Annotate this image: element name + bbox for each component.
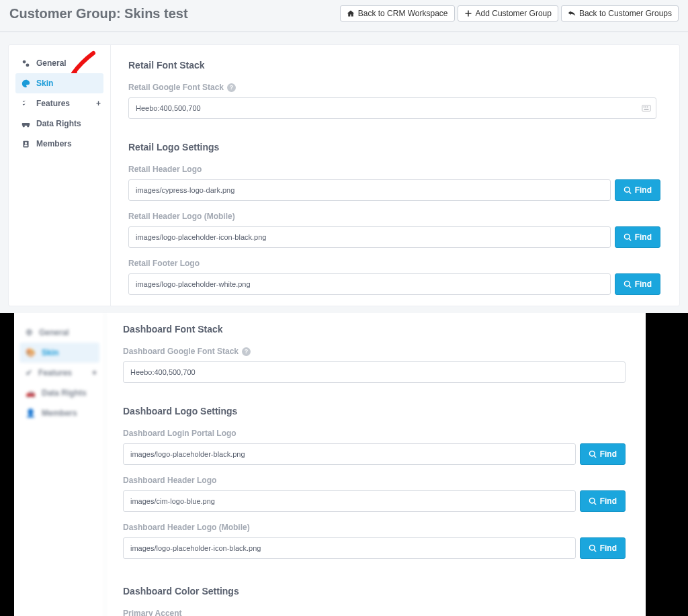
find-button[interactable]: Find [580,537,626,559]
find-button[interactable]: Find [615,226,660,248]
sidebar-item-data-rights[interactable]: Data Rights [15,114,103,134]
back-workspace-button[interactable]: Back to CRM Workspace [340,5,455,21]
expand-icon[interactable]: + [96,99,101,108]
sidebar-item-general[interactable]: ⚙ General [19,322,99,343]
svg-point-16 [589,451,595,457]
find-label: Find [600,496,617,506]
find-button[interactable]: Find [615,273,660,295]
topbar-actions: Back to CRM Workspace Add Customer Group… [340,5,679,21]
search-icon [624,233,632,241]
sidebar-item-data-rights[interactable]: 🚗 Data Rights [19,383,99,403]
reply-icon [568,9,576,17]
search-icon [624,186,632,194]
dashboard-font-section-title: Dashboard Font Stack [123,324,626,335]
svg-point-2 [26,63,30,67]
dashboard-header-logo-label: Dashboard Header Logo [123,476,626,485]
svg-rect-11 [647,106,648,107]
sidebar-item-label: Features [36,99,70,108]
dashboard-header-logo-mobile-input[interactable] [123,537,576,559]
checklist-icon [22,99,30,108]
user-icon [22,140,30,148]
sidebar-blurred: ⚙ General 🎨 Skin ✔ Features + 🚗 Data Rig… [14,313,105,616]
svg-point-17 [589,498,595,504]
content-area: Dashboard Font Stack Dashboard Google Fo… [105,313,646,616]
dashboard-color-section-title: Dashboard Color Settings [123,586,626,597]
sidebar-item-label: Features [38,368,72,378]
sidebar-item-label: Members [42,408,77,418]
car-icon [22,120,30,128]
search-icon [589,497,597,505]
find-button[interactable]: Find [580,443,626,465]
retail-logo-section-title: Retail Logo Settings [128,142,660,152]
find-label: Find [635,232,652,242]
help-icon[interactable]: ? [227,83,236,92]
field-label-text: Dashboard Google Font Stack [123,347,239,356]
home-icon [347,9,355,17]
sidebar-item-general[interactable]: General [15,53,103,73]
find-label: Find [635,185,652,195]
field-label-text: Retail Google Font Stack [128,83,224,92]
svg-point-15 [624,281,630,287]
dashboard-google-font-label: Dashboard Google Font Stack ? [123,347,626,356]
add-group-button[interactable]: Add Customer Group [458,5,558,21]
sidebar-item-label: General [36,58,67,68]
back-groups-button[interactable]: Back to Customer Groups [561,5,679,21]
dashboard-header-logo-input[interactable] [123,490,576,512]
search-icon [624,280,632,288]
second-screenshot-wrap: ⚙ General 🎨 Skin ✔ Features + 🚗 Data Rig… [0,313,688,616]
retail-footer-logo-input[interactable] [128,273,611,295]
sidebar-item-label: Data Rights [42,388,87,398]
main-panel: General Skin Features + Data Rights Memb… [8,44,680,306]
retail-google-font-input[interactable] [128,97,656,119]
svg-rect-9 [644,106,645,107]
sidebar-item-features[interactable]: ✔ Features + [19,363,99,383]
svg-point-1 [23,60,26,63]
retail-header-logo-mobile-label: Retail Header Logo (Mobile) [128,212,660,221]
primary-accent-label: Primary Accent [123,609,626,616]
sidebar-item-label: Data Rights [36,119,81,128]
retail-google-font-label: Retail Google Font Stack ? [128,83,660,92]
find-label: Find [600,449,617,459]
keyboard-icon [642,103,651,116]
retail-footer-logo-label: Retail Footer Logo [128,259,660,268]
sidebar-item-skin[interactable]: 🎨 Skin [19,343,99,363]
sidebar-item-members[interactable]: 👤 Members [19,403,99,423]
svg-rect-12 [644,109,649,110]
retail-header-logo-input[interactable] [128,179,611,201]
dashboard-login-logo-input[interactable] [123,443,576,465]
svg-point-4 [23,125,25,127]
svg-rect-10 [645,106,646,107]
search-icon [589,450,597,458]
sidebar: General Skin Features + Data Rights Memb… [9,45,111,306]
retail-header-logo-mobile-input[interactable] [128,226,611,248]
content-area: Retail Font Stack Retail Google Font Sta… [111,45,679,306]
dashboard-google-font-input[interactable] [123,361,626,383]
sidebar-item-label: General [39,328,69,337]
find-label: Find [600,543,617,553]
sidebar-item-label: Skin [42,348,58,357]
sidebar-item-members[interactable]: Members [15,134,103,154]
dashboard-logo-section-title: Dashboard Logo Settings [123,406,626,416]
retail-font-section-title: Retail Font Stack [128,60,660,71]
sidebar-item-label: Members [36,139,72,148]
svg-point-14 [624,234,630,240]
sidebar-item-skin[interactable]: Skin [15,73,103,93]
search-icon [589,544,597,552]
help-icon[interactable]: ? [242,347,251,356]
find-button[interactable]: Find [580,490,626,512]
back-workspace-label: Back to CRM Workspace [358,9,448,18]
gears-icon [22,59,30,68]
svg-point-5 [27,125,29,127]
sidebar-item-label: Skin [36,79,53,88]
svg-rect-8 [642,105,650,112]
add-group-label: Add Customer Group [476,9,552,18]
retail-header-logo-label: Retail Header Logo [128,165,660,174]
sidebar-item-features[interactable]: Features + [15,93,103,114]
page-title: Customer Group: Skins test [9,6,188,21]
back-groups-label: Back to Customer Groups [579,9,672,18]
dashboard-login-logo-label: Dashboard Login Portal Logo [123,429,626,438]
svg-point-7 [25,142,27,144]
plus-icon [464,9,472,17]
find-button[interactable]: Find [615,179,660,201]
dashboard-panel: ⚙ General 🎨 Skin ✔ Features + 🚗 Data Rig… [14,313,646,616]
